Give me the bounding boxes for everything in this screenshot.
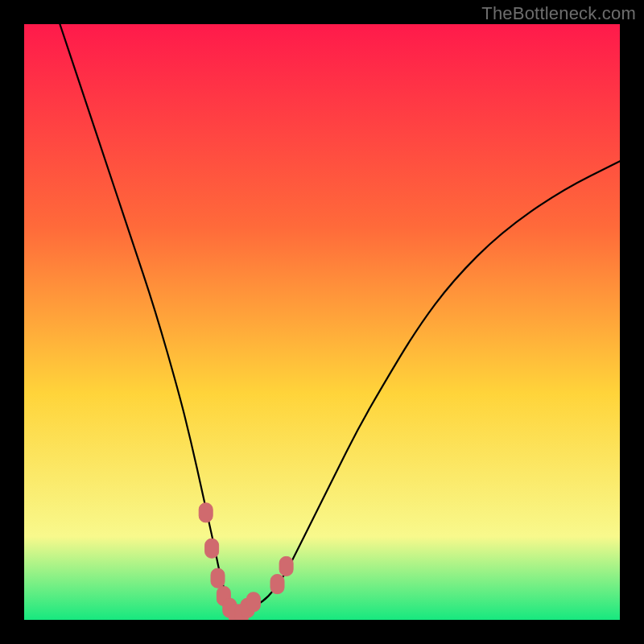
marker-dot xyxy=(205,539,219,558)
marker-dot xyxy=(199,503,213,522)
marker-dot xyxy=(279,556,293,576)
gradient-background xyxy=(24,24,620,620)
chart-frame: TheBottleneck.com xyxy=(0,0,644,644)
marker-dot xyxy=(270,575,284,594)
marker-dot xyxy=(246,592,260,612)
chart-svg xyxy=(24,24,620,620)
marker-dot xyxy=(211,568,225,588)
plot-area xyxy=(24,24,620,620)
watermark-text: TheBottleneck.com xyxy=(481,3,636,24)
